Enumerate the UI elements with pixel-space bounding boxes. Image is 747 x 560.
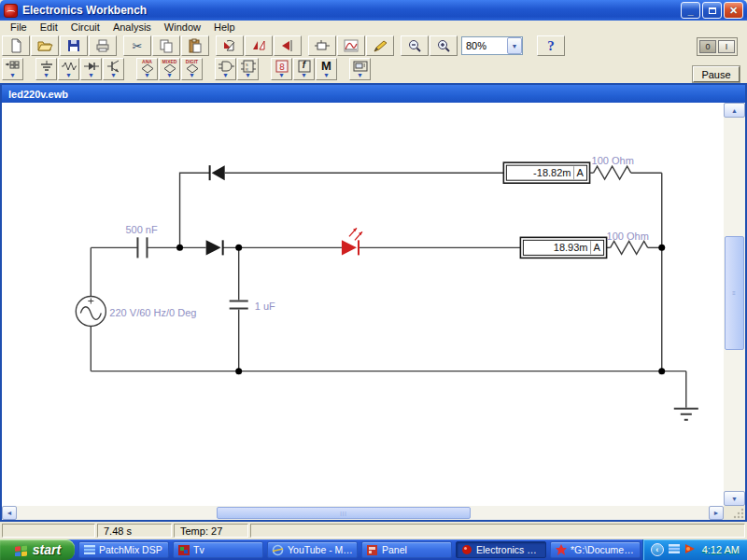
instruments-bin-button[interactable]: ▼: [349, 58, 371, 80]
power-on-cell[interactable]: I: [718, 40, 735, 53]
task-youtube[interactable]: YouTube - Mem...: [267, 541, 358, 558]
tray-collapse-chevron-icon[interactable]: ‹: [651, 543, 664, 556]
component-properties-button[interactable]: [366, 35, 394, 56]
diode-top-component[interactable]: [210, 165, 225, 180]
digital-ics-bin-button[interactable]: DIGIT▼: [181, 58, 203, 80]
scroll-down-button[interactable]: ▼: [724, 491, 745, 506]
menu-edit[interactable]: Edit: [34, 21, 64, 33]
zoom-in-button[interactable]: [430, 35, 458, 56]
menu-circuit[interactable]: Circuit: [64, 21, 106, 33]
controls-bin-button[interactable]: f▼: [293, 58, 315, 80]
resistor-top-component[interactable]: 100 Ohm: [590, 155, 634, 179]
status-panel-empty: [2, 524, 95, 538]
led-component[interactable]: [342, 228, 362, 255]
task-panel[interactable]: Panel: [361, 541, 452, 558]
sources-bin-button[interactable]: ▼: [35, 58, 57, 80]
vertical-scrollbar[interactable]: ▲ ≡ ▼: [724, 103, 745, 506]
scroll-left-button[interactable]: ◄: [2, 506, 17, 520]
ammeter-top-component[interactable]: -18.82m A: [503, 162, 589, 183]
graph-icon: [343, 38, 359, 53]
diode-icon: [83, 60, 100, 73]
pause-button[interactable]: Pause: [693, 66, 740, 82]
transistors-bin-button[interactable]: ▼: [103, 58, 124, 80]
restore-button[interactable]: [702, 2, 722, 19]
minimize-button[interactable]: _: [681, 2, 700, 19]
horizontal-scroll-thumb[interactable]: |||: [217, 507, 471, 519]
flip-vertical-button[interactable]: [245, 35, 273, 56]
tray-patchmix-icon[interactable]: [669, 544, 680, 555]
chevron-down-icon: ▼: [65, 73, 72, 78]
rotate-icon: [221, 38, 238, 53]
horizontal-scrollbar[interactable]: ◄ ||| ►: [2, 506, 724, 520]
analysis-graphs-button[interactable]: [337, 35, 365, 56]
indicators-bin-button[interactable]: 8▼: [271, 58, 292, 80]
task-tv[interactable]: Tv: [173, 541, 263, 558]
digital-bin-button[interactable]: SR▼: [237, 58, 259, 80]
chevron-down-icon: ▼: [301, 73, 307, 78]
task-label: PatchMix DSP: [99, 544, 162, 555]
subcircuit-button[interactable]: [308, 35, 336, 56]
zoom-level-select[interactable]: 80% ▼: [461, 36, 523, 55]
circuit-canvas[interactable]: 220 V/60 Hz/0 Deg 500 nF: [2, 103, 724, 506]
cut-button[interactable]: ✂: [123, 35, 151, 56]
chevron-down-icon: ▼: [189, 73, 195, 78]
menu-file[interactable]: File: [4, 21, 34, 33]
miscellaneous-bin-button[interactable]: M▼: [316, 58, 337, 80]
diode-middle-component[interactable]: [206, 240, 223, 255]
favorites-bin-button[interactable]: ▼: [2, 58, 23, 80]
resize-grip[interactable]: [724, 506, 745, 520]
power-switch[interactable]: 0 I: [697, 37, 738, 56]
analog-ics-bin-button[interactable]: ANA▼: [136, 58, 158, 80]
chevron-down-icon[interactable]: ▼: [507, 37, 522, 54]
task-documents[interactable]: *G:\Documents ...: [550, 541, 641, 558]
status-temperature: Temp: 27: [174, 524, 248, 538]
scroll-up-button[interactable]: ▲: [724, 103, 745, 118]
menubar: File Edit Circuit Analysis Window Help: [0, 21, 747, 34]
save-icon: [65, 38, 82, 53]
task-label: YouTube - Mem...: [288, 544, 353, 555]
ammeter-middle-component[interactable]: 18.93m A: [520, 237, 606, 258]
status-sim-time: 7.48 s: [97, 524, 172, 538]
capacitor-1uf-component[interactable]: 1 uF: [230, 301, 275, 312]
parts-bin-toolbar: ▼ ▼ ▼ ▼ ▼ ANA▼ MIXED▼ DIGIT▼ ▼ SR▼ 8▼ f▼…: [0, 58, 747, 82]
start-button[interactable]: start: [0, 539, 75, 560]
zoom-out-button[interactable]: [401, 35, 429, 56]
ground-component[interactable]: [674, 409, 698, 420]
basic-bin-button[interactable]: ▼: [58, 58, 79, 80]
statusbar: 7.48 s Temp: 27: [0, 522, 747, 539]
logic-gates-bin-button[interactable]: ▼: [215, 58, 236, 80]
ac-source-component[interactable]: 220 V/60 Hz/0 Deg: [76, 296, 196, 326]
document-titlebar[interactable]: led220v.ewb: [2, 85, 745, 103]
menu-window[interactable]: Window: [158, 21, 207, 33]
menu-analysis[interactable]: Analysis: [106, 21, 158, 33]
documents-app-icon: [555, 544, 567, 556]
task-electronics-workbench[interactable]: Electronics Wor...: [456, 541, 546, 558]
menu-help[interactable]: Help: [207, 21, 242, 33]
task-patchmix[interactable]: PatchMix DSP: [78, 541, 169, 558]
capacitor-500nf-component[interactable]: 500 nF: [125, 224, 158, 258]
copy-button[interactable]: [152, 35, 180, 56]
diodes-bin-button[interactable]: ▼: [80, 58, 102, 80]
rotate-button[interactable]: [216, 35, 244, 56]
tray-player-icon[interactable]: [684, 543, 696, 556]
open-button[interactable]: [31, 35, 59, 56]
chevron-down-icon: ▼: [222, 73, 229, 78]
favorites-grid-icon: [5, 60, 21, 73]
chevron-down-icon: ▼: [166, 73, 173, 78]
new-button[interactable]: [2, 35, 30, 56]
flip-horizontal-button[interactable]: [274, 35, 302, 56]
junction-dots: [176, 245, 665, 374]
power-off-cell[interactable]: 0: [699, 40, 716, 53]
restore-icon: [709, 7, 716, 14]
paste-button[interactable]: [181, 35, 209, 56]
help-button[interactable]: ?: [537, 35, 565, 56]
vertical-scroll-thumb[interactable]: ≡: [725, 236, 744, 350]
close-button[interactable]: ✕: [724, 2, 743, 19]
taskbar: start PatchMix DSP Tv YouTube - Mem... P…: [0, 539, 747, 560]
resistor-middle-component[interactable]: 100 Ohm: [607, 231, 649, 254]
print-button[interactable]: [89, 35, 117, 56]
scroll-right-button[interactable]: ►: [709, 506, 724, 520]
save-button[interactable]: [60, 35, 88, 56]
mixed-ics-bin-button[interactable]: MIXED▼: [159, 58, 180, 80]
titlebar: Electronics Workbench _ ✕: [0, 0, 747, 21]
